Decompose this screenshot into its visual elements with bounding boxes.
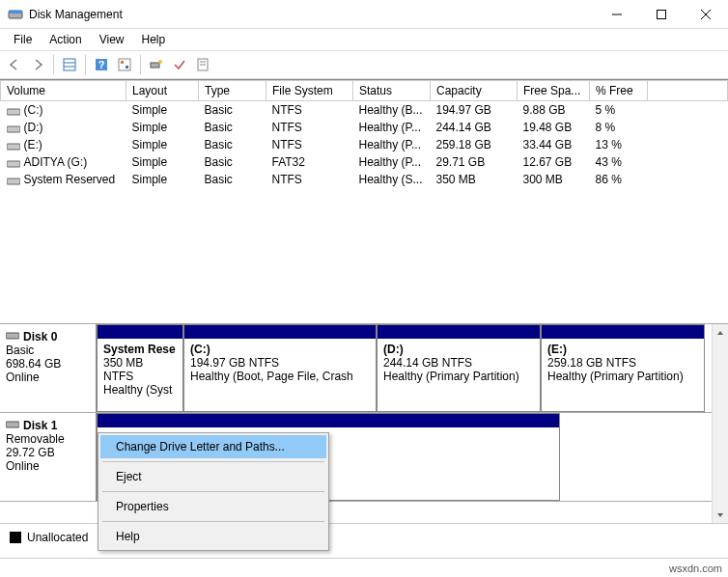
disk-name: Disk 1: [23, 419, 57, 432]
menu-file[interactable]: File: [6, 31, 40, 48]
minimize-button[interactable]: [595, 0, 639, 29]
window-title: Disk Management: [29, 8, 595, 21]
col-pct[interactable]: % Free: [590, 81, 648, 101]
check-icon[interactable]: [169, 54, 190, 75]
close-button[interactable]: [684, 0, 728, 29]
svg-rect-21: [7, 144, 20, 150]
view-list-icon[interactable]: [59, 54, 80, 75]
cell-capacity: 244.14 GB: [431, 119, 518, 136]
svg-rect-13: [126, 66, 128, 69]
cell-free: 12.67 GB: [518, 153, 590, 171]
volume-name: (D:): [24, 121, 43, 134]
action-icon[interactable]: [146, 54, 167, 75]
partition-bar: [542, 325, 704, 339]
legend-label-unallocated: Unallocated: [27, 531, 88, 544]
menu-action[interactable]: Action: [42, 31, 89, 48]
partition[interactable]: (E:)259.18 GB NTFSHealthy (Primary Parti…: [541, 324, 705, 412]
scroll-down-icon[interactable]: [713, 507, 728, 523]
table-header-row: Volume Layout Type File System Status Ca…: [1, 81, 728, 101]
separator: [102, 461, 324, 462]
partition[interactable]: (D:)244.14 GB NTFSHealthy (Primary Parti…: [377, 324, 541, 412]
col-layout[interactable]: Layout: [126, 81, 199, 101]
drive-icon: [7, 106, 20, 116]
cell-status: Healthy (P...: [353, 136, 431, 153]
separator: [140, 55, 141, 74]
menu-view[interactable]: View: [92, 31, 132, 48]
partition-size: 244.14 GB NTFS: [383, 356, 534, 370]
disk-kind: Removable: [6, 432, 90, 446]
partition-status: Healthy (Primary Partition): [547, 370, 698, 383]
volume-table: Volume Layout Type File System Status Ca…: [0, 80, 728, 188]
ctx-change-drive-letter[interactable]: Change Drive Letter and Paths...: [100, 435, 326, 458]
cell-free: 33.44 GB: [518, 136, 590, 153]
col-volume[interactable]: Volume: [1, 81, 126, 101]
partition-size: 194.97 GB NTFS: [190, 356, 370, 370]
ctx-eject[interactable]: Eject: [100, 465, 326, 488]
svg-point-15: [158, 60, 162, 64]
maximize-button[interactable]: [639, 0, 684, 29]
disk-icon: [6, 330, 19, 343]
footer-credit: wsxdn.com: [669, 563, 722, 574]
col-capacity[interactable]: Capacity: [431, 81, 518, 101]
ctx-properties[interactable]: Properties: [100, 495, 326, 518]
window-controls: [595, 0, 728, 29]
col-free[interactable]: Free Spa...: [518, 81, 590, 101]
partition-size: 259.18 GB NTFS: [547, 356, 698, 370]
partition-size: 350 MB NTFS: [103, 356, 177, 383]
cell-type: Basic: [199, 101, 266, 120]
drive-icon: [7, 176, 20, 185]
cell-capacity: 194.97 GB: [431, 101, 518, 120]
col-type[interactable]: Type: [199, 81, 266, 101]
cell-layout: Simple: [126, 119, 199, 136]
cell-capacity: 29.71 GB: [431, 153, 518, 171]
partition[interactable]: (C:)194.97 GB NTFSHealthy (Boot, Page Fi…: [183, 324, 377, 412]
svg-rect-20: [7, 126, 20, 132]
drive-icon: [7, 158, 20, 168]
disk-header[interactable]: Disk 1Removable29.72 GBOnline: [0, 413, 97, 501]
disk-header[interactable]: Disk 0Basic698.64 GBOnline: [0, 324, 97, 412]
cell-capacity: 350 MB: [431, 171, 518, 188]
table-row[interactable]: ADITYA (G:)SimpleBasicFAT32Healthy (P...…: [1, 153, 728, 171]
partition-bar: [378, 325, 540, 339]
back-button[interactable]: [4, 54, 25, 75]
scroll-up-icon[interactable]: [713, 324, 728, 341]
cell-type: Basic: [199, 153, 266, 171]
title-bar: Disk Management: [0, 0, 728, 29]
disk-partitions: System Rese350 MB NTFSHealthy (Syst(C:)1…: [97, 324, 728, 412]
separator: [102, 521, 324, 522]
disk-icon: [6, 419, 19, 432]
vertical-scrollbar[interactable]: [712, 324, 728, 523]
app-icon: [8, 7, 23, 22]
cell-fs: NTFS: [266, 119, 353, 136]
partition[interactable]: System Rese350 MB NTFSHealthy (Syst: [97, 324, 183, 412]
cell-status: Healthy (S...: [353, 171, 431, 188]
partition-title: (E:): [547, 343, 698, 356]
svg-rect-14: [151, 63, 159, 68]
cell-status: Healthy (B...: [353, 101, 431, 120]
svg-rect-25: [6, 422, 19, 427]
cell-pct: 13 %: [590, 136, 648, 153]
col-fs[interactable]: File System: [266, 81, 353, 101]
disk-name: Disk 0: [23, 330, 57, 343]
settings-icon[interactable]: [114, 54, 135, 75]
legend-swatch-unallocated: [10, 532, 21, 543]
table-row[interactable]: System ReservedSimpleBasicNTFSHealthy (S…: [1, 171, 728, 188]
col-status[interactable]: Status: [353, 81, 431, 101]
forward-button[interactable]: [27, 54, 48, 75]
cell-capacity: 259.18 GB: [431, 136, 518, 153]
svg-rect-23: [7, 179, 20, 184]
cell-type: Basic: [199, 119, 266, 136]
menu-help[interactable]: Help: [134, 31, 174, 48]
cell-fs: NTFS: [266, 101, 353, 120]
disk-row: Disk 0Basic698.64 GBOnlineSystem Rese350…: [0, 324, 728, 413]
table-row[interactable]: (C:)SimpleBasicNTFSHealthy (B...194.97 G…: [1, 101, 728, 120]
properties-icon[interactable]: [192, 54, 213, 75]
svg-rect-19: [7, 109, 20, 115]
ctx-help[interactable]: Help: [100, 525, 326, 548]
table-row[interactable]: (D:)SimpleBasicNTFSHealthy (P...244.14 G…: [1, 119, 728, 136]
disk-state: Online: [6, 371, 90, 384]
table-row[interactable]: (E:)SimpleBasicNTFSHealthy (P...259.18 G…: [1, 136, 728, 153]
svg-rect-6: [64, 59, 75, 70]
partition-status: Healthy (Boot, Page File, Crash: [190, 370, 370, 383]
help-icon[interactable]: ?: [91, 54, 112, 75]
